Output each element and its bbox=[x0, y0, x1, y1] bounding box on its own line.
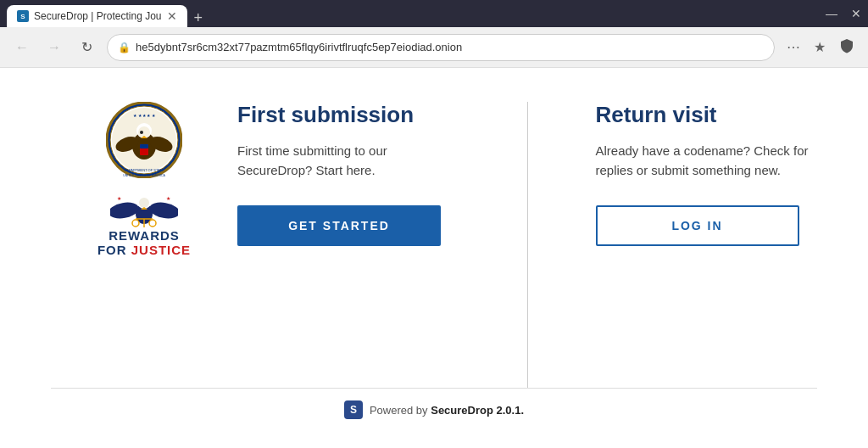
reload-button[interactable]: ↻ bbox=[75, 36, 98, 59]
rewards-line: REWARDS bbox=[108, 229, 180, 244]
dos-seal-icon: ★ ★ ★ ★ ★ DEPARTMENT OF STATE UNITED STA… bbox=[106, 102, 182, 178]
new-tab-button[interactable]: + bbox=[187, 9, 210, 27]
svg-point-23 bbox=[132, 220, 139, 227]
return-visit-section: Return visit Already have a codename? Ch… bbox=[562, 102, 818, 246]
footer: S Powered by SecureDrop 2.0.1. bbox=[51, 388, 817, 431]
return-visit-description: Already have a codename? Check for repli… bbox=[596, 142, 818, 180]
footer-brand: SecureDrop 2.0.1. bbox=[431, 404, 524, 417]
titlebar: S SecureDrop | Protecting Jou ✕ + — ✕ bbox=[0, 0, 868, 27]
active-tab[interactable]: S SecureDrop | Protecting Jou ✕ bbox=[7, 5, 187, 27]
back-button[interactable]: ← bbox=[10, 36, 34, 59]
content-row: ★ ★ ★ ★ ★ DEPARTMENT OF STATE UNITED STA… bbox=[51, 102, 817, 388]
return-visit-title: Return visit bbox=[596, 102, 818, 128]
shield-button[interactable] bbox=[836, 35, 858, 60]
first-submission-description: First time submitting to our SecureDrop?… bbox=[237, 142, 459, 180]
section-divider bbox=[527, 102, 528, 388]
svg-text:DEPARTMENT OF STATE: DEPARTMENT OF STATE bbox=[124, 168, 164, 172]
svg-text:UNITED STATES OF AMERICA: UNITED STATES OF AMERICA bbox=[123, 174, 165, 177]
svg-point-17 bbox=[139, 198, 149, 208]
addressbar: ← → ↻ 🔒 he5dybnt7sr6cm32xt77pazmtm65flqy… bbox=[0, 27, 868, 68]
svg-point-24 bbox=[149, 220, 156, 227]
svg-text:★: ★ bbox=[117, 196, 121, 201]
lock-icon: 🔒 bbox=[118, 42, 131, 53]
more-options-button[interactable]: ⋯ bbox=[783, 36, 804, 59]
footer-text: Powered by SecureDrop 2.0.1. bbox=[370, 404, 524, 417]
rewards-text: REWARDS FOR JUSTICE bbox=[97, 229, 191, 257]
svg-text:★ ★ ★ ★ ★: ★ ★ ★ ★ ★ bbox=[133, 113, 156, 118]
svg-point-7 bbox=[140, 131, 143, 134]
tab-title: SecureDrop | Protecting Jou bbox=[34, 10, 162, 22]
svg-rect-11 bbox=[140, 144, 148, 148]
tab-close-button[interactable]: ✕ bbox=[167, 10, 177, 22]
get-started-button[interactable]: GET STARTED bbox=[237, 205, 441, 246]
bookmark-button[interactable]: ★ bbox=[810, 36, 829, 59]
address-text: he5dybnt7sr6cm32xt77pazmtm65flqy6irivtfl… bbox=[136, 41, 764, 53]
address-actions: ⋯ ★ bbox=[783, 35, 858, 60]
first-submission-title: First submission bbox=[237, 102, 459, 128]
close-button[interactable]: ✕ bbox=[851, 7, 861, 20]
svg-point-19 bbox=[110, 200, 140, 221]
logo-container: ★ ★ ★ ★ ★ DEPARTMENT OF STATE UNITED STA… bbox=[97, 102, 191, 257]
address-bar[interactable]: 🔒 he5dybnt7sr6cm32xt77pazmtm65flqy6irivt… bbox=[107, 34, 775, 61]
first-submission-section: First submission First time submitting t… bbox=[237, 102, 493, 246]
forward-button[interactable]: → bbox=[42, 36, 66, 59]
svg-text:★: ★ bbox=[166, 196, 170, 201]
securedrop-icon: S bbox=[344, 400, 363, 419]
rewards-for-justice-line: FOR JUSTICE bbox=[97, 244, 191, 258]
svg-point-20 bbox=[148, 200, 178, 221]
eagle-icon: ★ ★ bbox=[110, 187, 178, 229]
main-content: ★ ★ ★ ★ ★ DEPARTMENT OF STATE UNITED STA… bbox=[0, 68, 868, 448]
titlebar-controls: — ✕ bbox=[826, 7, 861, 20]
tab-area: S SecureDrop | Protecting Jou ✕ + bbox=[7, 0, 209, 27]
log-in-button[interactable]: LOG IN bbox=[596, 205, 799, 246]
tab-favicon: S bbox=[17, 10, 29, 22]
logo-section: ★ ★ ★ ★ ★ DEPARTMENT OF STATE UNITED STA… bbox=[51, 102, 237, 257]
rewards-for-justice-logo: ★ ★ REWARDS FOR JUSTICE bbox=[97, 187, 191, 257]
minimize-button[interactable]: — bbox=[826, 7, 837, 20]
